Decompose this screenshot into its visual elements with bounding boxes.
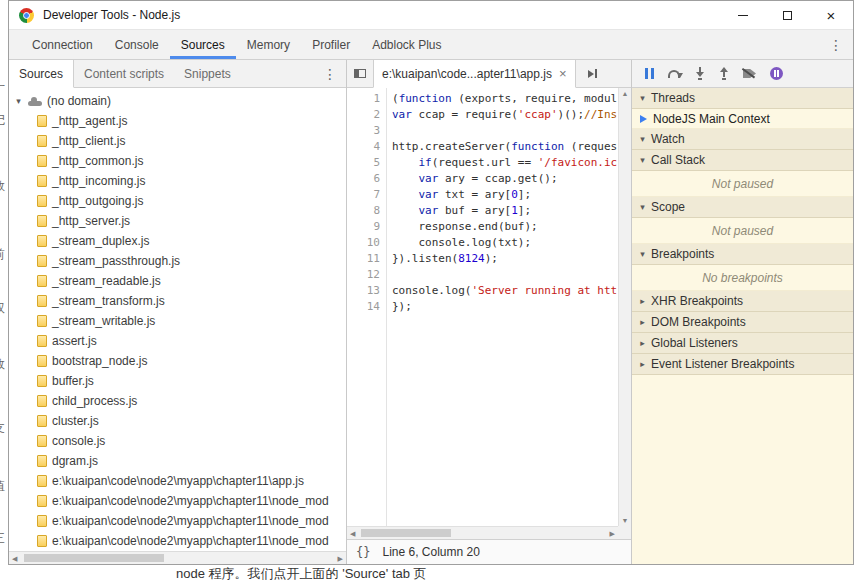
tree-file-item[interactable]: e:\kuaipan\code\node2\myapp\chapter11\no…: [9, 491, 346, 511]
section-header-breakpoints[interactable]: ▾ Breakpoints: [632, 244, 853, 265]
deactivate-breakpoints-button[interactable]: [743, 68, 756, 79]
line-number[interactable]: 3: [347, 123, 380, 139]
code-line[interactable]: (function (exports, require, modul: [392, 91, 618, 107]
tab-connection[interactable]: Connection: [21, 30, 104, 59]
tree-file-item[interactable]: _stream_readable.js: [9, 271, 346, 291]
line-number[interactable]: 8: [347, 203, 380, 219]
tree-file-item[interactable]: cluster.js: [9, 411, 346, 431]
tree-root-no-domain[interactable]: ▾ (no domain): [9, 91, 346, 111]
tab-sources[interactable]: Sources: [170, 30, 236, 59]
tree-file-item[interactable]: _http_agent.js: [9, 111, 346, 131]
code-line[interactable]: var txt = ary[0];: [392, 187, 618, 203]
section-header-dom-breakpoints[interactable]: ▸DOM Breakpoints: [632, 312, 853, 333]
tree-file-item[interactable]: buffer.js: [9, 371, 346, 391]
line-number[interactable]: 13: [347, 283, 380, 299]
toggle-navigator-button[interactable]: [347, 60, 373, 87]
scroll-right-icon[interactable]: ▶: [610, 530, 615, 537]
navigator-horizontal-scrollbar[interactable]: ◀ ▶: [9, 551, 346, 564]
pause-script-button[interactable]: [645, 68, 654, 79]
tab-close-icon[interactable]: ×: [559, 67, 567, 80]
scroll-left-icon[interactable]: ◀: [12, 555, 17, 562]
code-line[interactable]: var buf = ary[1];: [392, 203, 618, 219]
code-line[interactable]: [392, 267, 618, 283]
tree-file-item[interactable]: e:\kuaipan\code\node2\myapp\chapter11\ap…: [9, 471, 346, 491]
navigator-tab-content-scripts[interactable]: Content scripts: [74, 60, 174, 87]
tree-file-item[interactable]: _stream_writable.js: [9, 311, 346, 331]
tree-file-item[interactable]: _http_outgoing.js: [9, 191, 346, 211]
thread-item[interactable]: NodeJS Main Context: [632, 109, 853, 129]
line-number[interactable]: 1: [347, 91, 380, 107]
code-line[interactable]: var ccap = require('ccap')();//Ins: [392, 107, 618, 123]
code-line[interactable]: var ary = ccap.get();: [392, 171, 618, 187]
step-over-button[interactable]: [668, 68, 681, 79]
code-line[interactable]: console.log(txt);: [392, 235, 618, 251]
line-number[interactable]: 4: [347, 139, 380, 155]
tree-file-item[interactable]: _stream_transform.js: [9, 291, 346, 311]
tab-console[interactable]: Console: [104, 30, 170, 59]
line-number[interactable]: 2: [347, 107, 380, 123]
section-header-global-listeners[interactable]: ▸Global Listeners: [632, 333, 853, 354]
section-header-scope[interactable]: ▾ Scope: [632, 197, 853, 218]
step-into-button[interactable]: [695, 67, 705, 80]
code-line[interactable]: }).listen(8124);: [392, 251, 618, 267]
code-lines[interactable]: (function (exports, require, modulvar cc…: [387, 88, 618, 526]
section-header-xhr-breakpoints[interactable]: ▸XHR Breakpoints: [632, 291, 853, 312]
line-number[interactable]: 10: [347, 235, 380, 251]
section-header-watch[interactable]: ▾ Watch: [632, 129, 853, 150]
scroll-up-icon[interactable]: ▲: [622, 90, 629, 97]
editor-vertical-scrollbar[interactable]: ▲ ▼: [618, 88, 631, 526]
tree-file-item[interactable]: _http_common.js: [9, 151, 346, 171]
tree-file-item[interactable]: dgram.js: [9, 451, 346, 471]
scroll-down-icon[interactable]: ▼: [622, 517, 629, 524]
tab-memory[interactable]: Memory: [236, 30, 301, 59]
tree-file-item[interactable]: e:\kuaipan\code\node2\myapp\chapter11\no…: [9, 531, 346, 551]
section-header-event-listener-breakpoints[interactable]: ▸Event Listener Breakpoints: [632, 354, 853, 375]
code-line[interactable]: });: [392, 299, 618, 315]
line-number[interactable]: 7: [347, 187, 380, 203]
tree-file-item[interactable]: child_process.js: [9, 391, 346, 411]
tree-file-item[interactable]: _http_server.js: [9, 211, 346, 231]
tree-file-item[interactable]: bootstrap_node.js: [9, 351, 346, 371]
navigator-tab-sources[interactable]: Sources: [9, 60, 74, 88]
next-editor-button[interactable]: [580, 60, 606, 87]
minimize-button[interactable]: [721, 1, 765, 29]
close-button[interactable]: ×: [809, 1, 853, 29]
step-out-button[interactable]: [719, 67, 729, 80]
pause-on-exceptions-button[interactable]: [770, 67, 783, 80]
line-number[interactable]: 5: [347, 155, 380, 171]
navigator-tab-snippets[interactable]: Snippets: [174, 60, 241, 87]
scrollbar-thumb[interactable]: [24, 554, 164, 562]
section-header-threads[interactable]: ▾ Threads: [632, 88, 853, 109]
tree-file-item[interactable]: _stream_duplex.js: [9, 231, 346, 251]
section-header-call-stack[interactable]: ▾ Call Stack: [632, 150, 853, 171]
navigator-menu-icon[interactable]: ⋮: [314, 66, 346, 82]
line-number[interactable]: 6: [347, 171, 380, 187]
maximize-button[interactable]: [765, 1, 809, 29]
editor-horizontal-scrollbar[interactable]: ◀ ▶: [347, 526, 618, 539]
tab-profiler[interactable]: Profiler: [301, 30, 361, 59]
code-line[interactable]: if(request.url == '/favicon.ic: [392, 155, 618, 171]
code-line[interactable]: [392, 123, 618, 139]
code-line[interactable]: http.createServer(function (reques: [392, 139, 618, 155]
scrollbar-thumb[interactable]: [361, 529, 451, 537]
code-line[interactable]: response.end(buf);: [392, 219, 618, 235]
tree-file-item[interactable]: _http_client.js: [9, 131, 346, 151]
line-number[interactable]: 9: [347, 219, 380, 235]
code-line[interactable]: console.log('Server running at htt: [392, 283, 618, 299]
tree-file-item[interactable]: e:\kuaipan\code\node2\myapp\chapter11\no…: [9, 511, 346, 531]
scroll-left-icon[interactable]: ◀: [350, 530, 355, 537]
tree-file-item[interactable]: _stream_passthrough.js: [9, 251, 346, 271]
tree-file-item[interactable]: assert.js: [9, 331, 346, 351]
pretty-print-button[interactable]: {}: [356, 545, 370, 559]
title-bar[interactable]: Developer Tools - Node.js ×: [9, 1, 853, 29]
tree-file-item[interactable]: _http_incoming.js: [9, 171, 346, 191]
line-number[interactable]: 11: [347, 251, 380, 267]
tab-adblock-plus[interactable]: Adblock Plus: [361, 30, 452, 59]
line-number[interactable]: 14: [347, 299, 380, 315]
chevron-down-icon: ▾: [638, 134, 647, 144]
scroll-right-icon[interactable]: ▶: [338, 555, 343, 562]
line-number[interactable]: 12: [347, 267, 380, 283]
overflow-menu-icon[interactable]: ⋮: [819, 38, 853, 52]
editor-tab-app-js[interactable]: e:\kuaipan\code...apter11\app.js ×: [373, 60, 576, 88]
tree-file-item[interactable]: console.js: [9, 431, 346, 451]
